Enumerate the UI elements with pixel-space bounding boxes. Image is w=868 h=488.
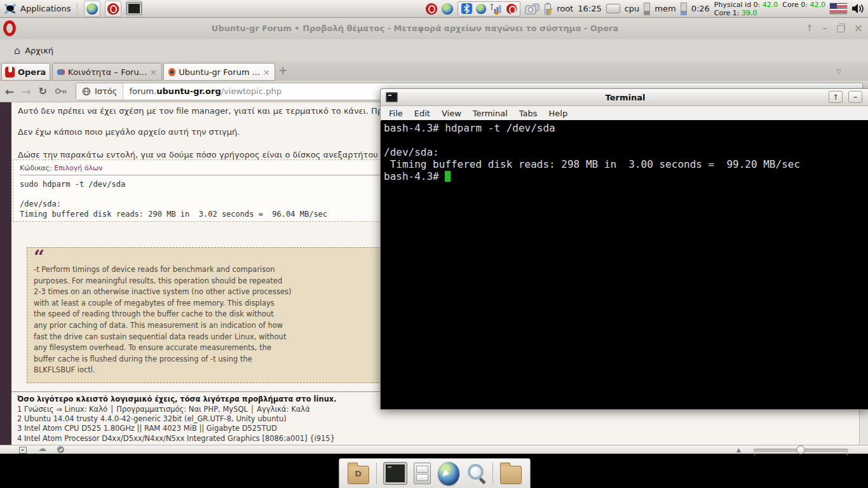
bookmarks-bar: Αρχική	[0, 39, 868, 62]
home-icon	[14, 44, 20, 57]
close-button[interactable]	[854, 24, 863, 33]
tab-close-icon[interactable]	[150, 67, 157, 77]
opera-menu-button[interactable]: Opera	[1, 63, 50, 81]
signature-line: 4 Intel Atom Processor D4xx/D5xx/N4xx/N5…	[17, 434, 860, 444]
applications-menu[interactable]: Applications	[20, 4, 71, 13]
tab-close-icon[interactable]	[263, 67, 270, 77]
panel-right: root 16:25 cpu mem 0:26 Physical id 0: 4…	[426, 1, 868, 17]
opera-titlebar[interactable]: Ubuntu-gr Forum • Προβολή θέματος - Μετα…	[0, 18, 868, 39]
opera-tray-icon[interactable]	[506, 4, 517, 14]
zoom-slider-handle[interactable]	[796, 445, 805, 454]
clock[interactable]: 16:25	[578, 4, 601, 13]
us-flag-keyboard-layout-icon[interactable]	[830, 3, 847, 14]
terminal-output-line: /dev/sda:	[384, 146, 868, 158]
web-browser-tray-icon[interactable]	[476, 4, 486, 14]
url-security-badge[interactable]: Ιστός	[76, 83, 123, 100]
menu-help[interactable]: Help	[543, 109, 574, 118]
disk-icon[interactable]	[606, 4, 620, 13]
tab-list-chevron-icon[interactable]	[836, 68, 841, 75]
uptime-timer: 0:26	[691, 4, 710, 13]
terminal-window-buttons	[829, 91, 862, 103]
network-signal-icon[interactable]	[490, 3, 503, 15]
terminal-titlebar[interactable]: Terminal	[381, 89, 868, 106]
globe-icon	[82, 87, 91, 96]
bottom-dock	[339, 458, 531, 488]
zoom-slider[interactable]	[754, 449, 848, 451]
terminal-window-title: Terminal	[381, 93, 868, 102]
terminal-menubar: File Edit View Terminal Tabs Help	[381, 106, 868, 121]
forum-sidebar-strip	[0, 102, 11, 445]
menu-edit[interactable]: Edit	[409, 109, 436, 118]
terminal-cursor	[445, 171, 451, 182]
url-text[interactable]: forum.ubuntu-gr.org/viewtopic.php	[123, 86, 281, 96]
web-browser-icon[interactable]	[438, 462, 459, 485]
top-panel: Applications	[0, 0, 868, 18]
back-button[interactable]	[5, 85, 14, 98]
minimize-button[interactable]	[848, 91, 862, 103]
terminal-output-line: Timing buffered disk reads: 298 MB in 3.…	[384, 158, 868, 170]
terminal-icon[interactable]	[384, 463, 407, 484]
menu-view[interactable]: View	[436, 109, 467, 118]
opera-window-buttons	[806, 23, 863, 33]
web-browser-icon	[86, 3, 98, 15]
minimize-button[interactable]	[823, 23, 827, 33]
search-icon[interactable]	[466, 463, 485, 484]
panel-left: Applications	[0, 1, 142, 17]
battery-icon[interactable]	[544, 3, 552, 15]
menu-terminal[interactable]: Terminal	[467, 109, 513, 118]
select-all-link[interactable]: Επιλογή όλων	[54, 164, 102, 172]
opera-window-title: Ubuntu-gr Forum • Προβολή θέματος - Μετα…	[38, 24, 792, 33]
folder-documents-icon[interactable]	[348, 466, 369, 484]
panels-toggle-icon[interactable]	[19, 447, 27, 454]
terminal-launcher[interactable]	[126, 1, 142, 17]
tab-ubuntu-gr-forum[interactable]: Ubuntu-gr Forum ...	[163, 63, 275, 81]
tab-community[interactable]: Κοινότητα – Foru...	[52, 63, 162, 81]
web-browser-tray-icon[interactable]	[442, 3, 453, 15]
opera-turbo-icon[interactable]	[57, 446, 64, 453]
terminal-output-line	[384, 134, 868, 146]
system-tray	[458, 1, 520, 17]
xfce-logo-icon[interactable]	[4, 3, 16, 15]
cpu-temperature-readout: Physical id 0: 42.0 Core 0: 42.0 Core 1:…	[714, 1, 825, 17]
cpu-usage-bar	[644, 3, 650, 15]
panel-separator	[77, 3, 78, 15]
signature-line: 3 Intel Atom CPU D525 1.80GHz || RAM 402…	[17, 424, 860, 433]
opera-launcher[interactable]	[105, 1, 121, 17]
folder-icon[interactable]	[500, 466, 522, 484]
terminal-screen[interactable]: bash-4.3# hdparm -t /dev/sda /dev/sda: T…	[381, 120, 868, 409]
terminal-output-line: bash-4.3# hdparm -t /dev/sda	[384, 122, 868, 134]
forum-paragraph: Δεν έχω κάποιο ποιο μεγάλο αρχείο αυτή τ…	[18, 127, 240, 137]
user-indicator: root	[557, 4, 573, 13]
ubuntu-gr-tab-icon	[168, 68, 175, 76]
terminal-prompt-line: bash-4.3#	[384, 170, 868, 182]
terminal-icon	[127, 3, 141, 15]
web-browser-launcher[interactable]	[84, 1, 100, 17]
menu-tabs[interactable]: Tabs	[513, 109, 543, 118]
signature-line: 2 Ubuntu 14.04 trusty 4.4.0-42-generic 3…	[17, 414, 860, 424]
opera-icon	[107, 3, 119, 15]
zoom-menu-arrow-icon[interactable]	[736, 447, 741, 453]
mem-monitor-label: mem	[654, 4, 675, 13]
bookmark-home[interactable]: Αρχική	[25, 46, 53, 55]
opera-unite-cloud-icon[interactable]	[38, 444, 46, 453]
tab-bar: Opera Κοινότητα – Foru... Ubuntu-gr Foru…	[0, 61, 868, 81]
key-icon[interactable]	[55, 88, 68, 95]
screenshot-icon[interactable]	[525, 3, 539, 15]
menu-file[interactable]: File	[383, 109, 409, 118]
new-tab-button[interactable]	[278, 64, 287, 77]
opera-tray-icon[interactable]	[426, 3, 437, 15]
shade-button[interactable]	[829, 91, 843, 103]
volume-icon[interactable]	[851, 3, 865, 14]
community-tab-icon	[57, 69, 65, 76]
file-manager-icon[interactable]	[414, 463, 431, 484]
reload-button[interactable]	[39, 85, 47, 97]
bluetooth-icon[interactable]	[461, 3, 472, 14]
shade-button[interactable]	[806, 23, 813, 33]
dock-separator	[376, 463, 377, 484]
cpu-monitor-label: cpu	[625, 4, 640, 13]
forward-button[interactable]	[22, 85, 31, 98]
opera-logo-icon	[3, 20, 16, 36]
mem-usage-bar	[681, 3, 687, 15]
restore-button[interactable]	[837, 25, 844, 32]
terminal-window: Terminal File Edit View Terminal Tabs He…	[380, 88, 868, 410]
